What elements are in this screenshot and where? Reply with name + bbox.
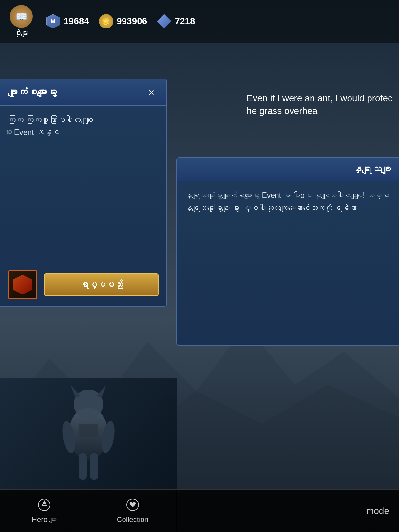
top-bar: 📖 ဝိုးများ M 19684 🪙 993906 7218 xyxy=(0,0,399,43)
modal-title: ချူကံစများဓွေး xyxy=(8,87,57,98)
currency-group: M 19684 🪙 993906 7218 xyxy=(46,14,195,28)
second-modal: နှရျသချ နှရျသဓုံဓွေချုကံစများဓွေး Event … xyxy=(176,157,399,346)
hero-nav-icon xyxy=(38,498,51,513)
svg-rect-8 xyxy=(90,453,98,480)
diamond-value: 7218 xyxy=(175,16,195,27)
nav-hero[interactable]: Hero များ xyxy=(0,495,88,527)
currency-diamond: 7218 xyxy=(157,14,195,28)
book-icon-label: ဝိုးများ xyxy=(14,29,28,38)
quote-line1: Even if I were an ant, I would protec xyxy=(247,92,392,104)
diamond-icon xyxy=(157,14,171,28)
modal-text: ကကြ ကကြဒူးတာပြပါတသျျး း Event ကနှင xyxy=(8,114,159,139)
m-value: 19684 xyxy=(64,16,89,27)
book-icon: 📖 xyxy=(10,5,33,28)
quest-book-icon-container[interactable]: 📖 ဝိုးများ xyxy=(10,5,33,38)
second-modal-body: နှရျသဓုံဓွေချုကံစများဓွေး Event မာ ပါoင … xyxy=(177,181,399,345)
m-icon: M xyxy=(46,14,60,28)
svg-rect-7 xyxy=(79,453,87,480)
currency-m: M 19684 xyxy=(46,14,89,28)
modal-footer: ရပ္မမည် xyxy=(0,263,166,306)
second-modal-title: နှရျသချ xyxy=(352,164,391,175)
modal-text-line1: ကကြ ကကြဒူးတာပြပါတသျျး xyxy=(8,114,159,126)
hero-nav-label: Hero များ xyxy=(32,515,57,524)
svg-marker-5 xyxy=(97,385,106,398)
svg-rect-6 xyxy=(79,424,98,437)
item-icon-box xyxy=(8,270,37,299)
modal-header: ချူကံစများဓွေး × xyxy=(0,79,166,106)
second-modal-text: နှရျသဓုံဓွေချုကံစများဓွေး Event မာ ပါoင … xyxy=(185,189,391,215)
main-modal: ချူကံစများဓွေး × ကကြ ကကြဒူးတာပြပါတသျျး း… xyxy=(0,79,167,307)
hero-svg xyxy=(39,381,138,486)
bottom-nav: Hero များ Collection xyxy=(0,489,177,532)
close-button[interactable]: × xyxy=(144,85,159,100)
collection-nav-icon xyxy=(126,498,139,513)
nav-collection[interactable]: Collection xyxy=(88,495,177,527)
bottom-right: mode xyxy=(176,489,399,532)
hero-area xyxy=(0,378,177,489)
mode-label: mode xyxy=(366,506,389,516)
svg-point-13 xyxy=(43,502,46,504)
hero-figure xyxy=(0,378,177,489)
second-modal-header: နှရျသချ xyxy=(177,158,399,181)
gold-icon: 🪙 xyxy=(99,14,113,28)
item-icon xyxy=(13,275,32,294)
svg-marker-4 xyxy=(70,385,80,398)
modal-text-line2: း Event ကနှင xyxy=(8,126,159,139)
collection-nav-label: Collection xyxy=(117,515,149,524)
currency-gold: 🪙 993906 xyxy=(99,14,147,28)
confirm-button[interactable]: ရပ္မမည် xyxy=(44,273,159,296)
quote-line2: he grass overhea xyxy=(247,104,392,117)
gold-value: 993906 xyxy=(117,16,147,27)
quote-text: Even if I were an ant, I would protec he… xyxy=(247,92,392,117)
modal-body: ကကြ ကကြဒူးတာပြပါတသျျး း Event ကနှင xyxy=(0,106,166,263)
